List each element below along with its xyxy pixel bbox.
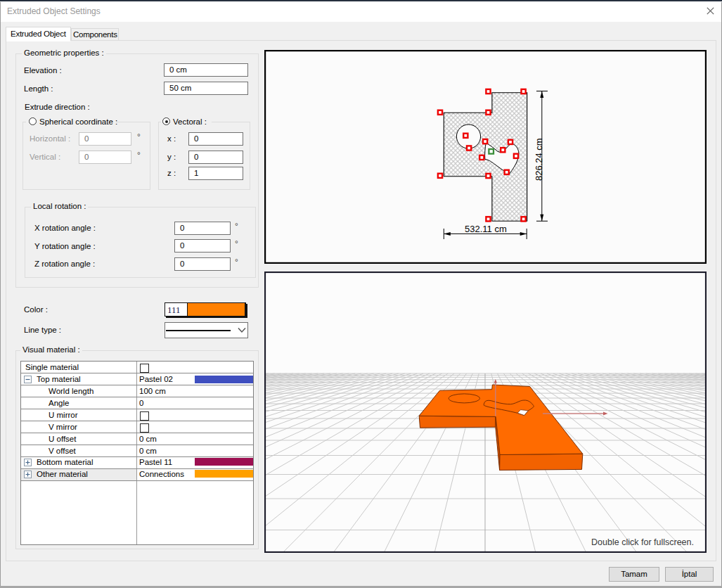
svg-text:532.11 cm: 532.11 cm <box>465 224 507 234</box>
svg-text:826.24 cm: 826.24 cm <box>534 138 544 181</box>
svg-text:Double click for fullscreen.: Double click for fullscreen. <box>591 537 694 547</box>
